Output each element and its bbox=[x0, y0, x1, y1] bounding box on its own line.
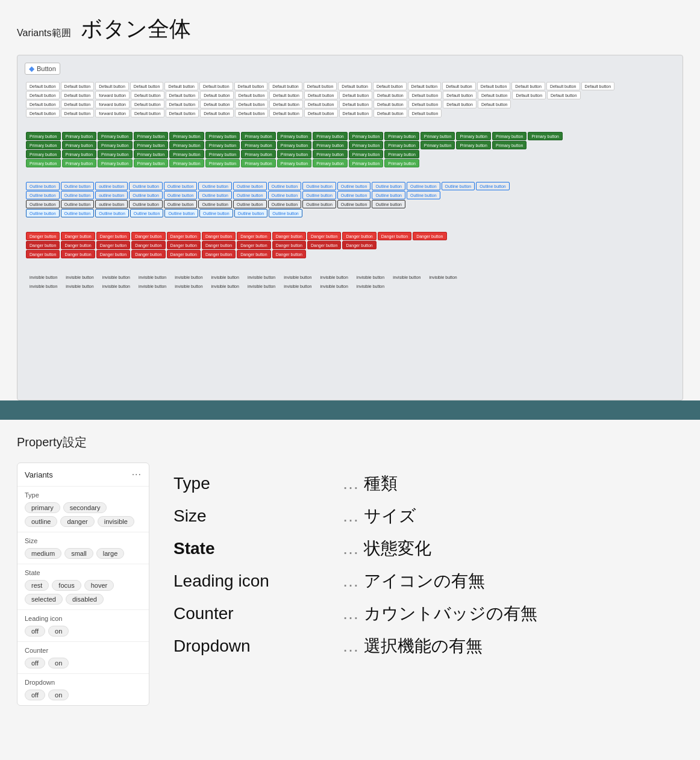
pill-disabled[interactable]: disabled bbox=[66, 594, 104, 605]
pill-small[interactable]: small bbox=[64, 548, 93, 559]
pill-outline[interactable]: outline bbox=[25, 516, 57, 527]
pill-focus[interactable]: focus bbox=[52, 580, 81, 591]
list-item: Primary button bbox=[349, 141, 384, 149]
list-item: Primary button bbox=[456, 132, 491, 140]
pill-medium[interactable]: medium bbox=[25, 548, 61, 559]
list-item: Danger button bbox=[26, 232, 60, 240]
pill-danger[interactable]: danger bbox=[60, 516, 94, 527]
pill-dropdown-on[interactable]: on bbox=[48, 690, 69, 700]
list-item: Primary button bbox=[349, 150, 384, 158]
frame-label: ◆ Button bbox=[25, 63, 60, 75]
list-item: Outline button bbox=[61, 182, 95, 190]
list-item: Primary button bbox=[26, 159, 61, 167]
list-item: Default button bbox=[130, 82, 164, 90]
desc-value-leading-icon: アイコンの有無 bbox=[364, 570, 485, 593]
desc-dots-type: … bbox=[342, 474, 359, 493]
type-property-section: Type primary secondary outline danger in… bbox=[17, 487, 149, 532]
pill-counter-on[interactable]: on bbox=[48, 658, 69, 668]
list-item: Primary button bbox=[349, 159, 384, 167]
list-item: Outline button bbox=[233, 200, 267, 208]
desc-key-size: Size bbox=[173, 506, 342, 526]
desc-key-state: State bbox=[173, 539, 342, 558]
size-property-section: Size medium small large bbox=[17, 532, 149, 564]
list-item: Primary button bbox=[313, 150, 348, 158]
list-item: invisible button bbox=[26, 273, 61, 281]
size-label: Size bbox=[25, 537, 142, 544]
list-item: Default button bbox=[269, 109, 303, 117]
pill-hover[interactable]: hover bbox=[84, 580, 114, 591]
list-item: Primary button bbox=[169, 141, 204, 149]
list-item: Outline button bbox=[372, 191, 405, 199]
variants-menu-icon[interactable]: ··· bbox=[132, 469, 142, 480]
list-item: Primary button bbox=[277, 150, 312, 158]
list-item: Danger button bbox=[307, 232, 341, 240]
list-item: Outline button bbox=[268, 191, 302, 199]
desc-dots-state: … bbox=[342, 539, 359, 558]
pill-icon-on[interactable]: on bbox=[48, 626, 69, 637]
pill-invisible[interactable]: invisible bbox=[98, 516, 134, 527]
list-item: Primary button bbox=[169, 159, 204, 167]
page-heading: Variants範囲 ボタン全体 bbox=[17, 14, 683, 44]
list-item: Default button bbox=[339, 91, 373, 99]
list-item: Default button bbox=[131, 100, 164, 108]
list-item: Default button bbox=[269, 100, 303, 108]
desc-key-dropdown: Dropdown bbox=[173, 637, 342, 656]
table-row: Primary button Primary button Primary bu… bbox=[26, 159, 674, 167]
pill-primary[interactable]: primary bbox=[25, 502, 60, 513]
list-item: Default button bbox=[269, 82, 302, 90]
list-item: Default button bbox=[200, 91, 234, 99]
list-item: Default button bbox=[408, 82, 442, 90]
desc-value-dropdown: 選択機能の有無 bbox=[364, 635, 483, 658]
spacer bbox=[26, 264, 674, 273]
pill-selected[interactable]: selected bbox=[25, 594, 63, 605]
pill-counter-off[interactable]: off bbox=[25, 658, 45, 668]
list-item: Default button bbox=[164, 82, 198, 90]
list-item: Primary button bbox=[26, 150, 61, 158]
leading-icon-pill-group: off on bbox=[25, 626, 142, 637]
list-item: Primary button bbox=[420, 141, 455, 149]
list-item: Default button bbox=[511, 82, 545, 90]
page-wrapper: Variants範囲 ボタン全体 ◆ Button Default button bbox=[0, 0, 700, 760]
type-pill-group: primary secondary outline danger invisib… bbox=[25, 502, 142, 527]
list-item: Default button bbox=[373, 82, 407, 90]
default-group: Default button Default button Default bu… bbox=[26, 82, 674, 117]
list-item: Primary button bbox=[241, 132, 276, 140]
danger-rows: Danger button Danger button Danger butto… bbox=[26, 232, 674, 258]
list-item: Outline button bbox=[164, 209, 198, 217]
list-item: Primary button bbox=[456, 141, 491, 149]
list-item: Outline button bbox=[26, 200, 60, 208]
list-item: Default button bbox=[269, 91, 303, 99]
separator-band bbox=[0, 400, 700, 420]
desc-panel: Type … 種類 Size … サイズ State … 状態変化 bbox=[173, 463, 683, 662]
list-item: invisible button bbox=[171, 282, 206, 290]
desc-row-dropdown: Dropdown … 選択機能の有無 bbox=[173, 630, 683, 662]
list-item: Primary button bbox=[98, 150, 133, 158]
pill-rest[interactable]: rest bbox=[25, 580, 49, 591]
desc-row-leading-icon: Leading icon … アイコンの有無 bbox=[173, 565, 683, 597]
variants-panel: Variants ··· Type primary secondary outl… bbox=[17, 463, 149, 706]
list-item: Default button bbox=[304, 82, 337, 90]
list-item: Outline button bbox=[26, 209, 60, 217]
list-item: Danger button bbox=[342, 232, 376, 240]
size-pill-group: medium small large bbox=[25, 548, 142, 559]
table-row: Default button Default button forward bu… bbox=[26, 100, 674, 108]
list-item: Danger button bbox=[237, 250, 270, 258]
list-item: Primary button bbox=[313, 141, 348, 149]
list-item: invisible button bbox=[353, 273, 388, 281]
list-item: Default button bbox=[235, 100, 269, 108]
list-item: Primary button bbox=[205, 132, 240, 140]
pill-dropdown-off[interactable]: off bbox=[25, 690, 45, 700]
pill-secondary[interactable]: secondary bbox=[63, 502, 107, 513]
list-item: Outline button bbox=[234, 209, 268, 217]
pill-icon-off[interactable]: off bbox=[25, 626, 45, 637]
table-row: invisible button invisible button invisi… bbox=[26, 273, 674, 281]
list-item: Default button bbox=[443, 100, 477, 108]
list-item: Danger button bbox=[272, 250, 306, 258]
pill-large[interactable]: large bbox=[96, 548, 124, 559]
list-item: invisible button bbox=[244, 273, 279, 281]
list-item: Default button bbox=[166, 91, 199, 99]
list-item: Outline button bbox=[164, 182, 198, 190]
list-item: Primary button bbox=[241, 159, 276, 167]
list-item: Primary button bbox=[134, 159, 169, 167]
dropdown-property-section: Dropdown off on bbox=[17, 674, 149, 705]
